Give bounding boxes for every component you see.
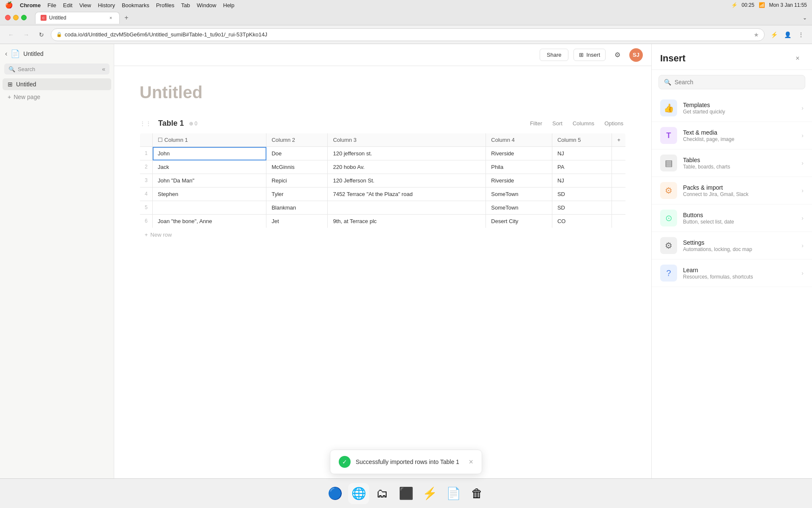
cell-4-4[interactable]: SomeTown <box>486 188 552 201</box>
cell-5-2[interactable]: Blankman <box>266 201 328 215</box>
extensions-button[interactable]: ⚡ <box>768 29 780 41</box>
cell-3-3[interactable]: 120 Jefferson St. <box>328 174 486 188</box>
cell-6-1[interactable]: Joan "the bone", Anne <box>153 215 266 228</box>
profile-incognito-button[interactable]: 👤 <box>782 29 793 41</box>
insert-item-desc-buttons: Button, select list, date <box>683 219 796 225</box>
insert-item-buttons[interactable]: ⊙ButtonsButton, select list, date› <box>652 204 812 232</box>
dock-battery[interactable]: ⚡ <box>419 483 440 504</box>
back-button[interactable]: ← <box>5 29 17 41</box>
share-button[interactable]: Share <box>540 49 569 61</box>
cell-1-4[interactable]: Riverside <box>486 147 552 160</box>
cell-2-5[interactable]: PA <box>552 160 612 174</box>
help-menu[interactable]: Help <box>223 2 235 8</box>
sidebar-collapse-button[interactable]: « <box>102 66 105 72</box>
cell-2-4[interactable]: Phila <box>486 160 552 174</box>
view-menu[interactable]: View <box>79 2 91 8</box>
cell-3-2[interactable]: Repici <box>266 174 328 188</box>
dock-chrome[interactable]: 🌐 <box>348 483 369 504</box>
edit-menu[interactable]: Edit <box>63 2 72 8</box>
cell-2-1[interactable]: Jack <box>153 160 266 174</box>
insert-item-learn[interactable]: ?LearnResources, formulas, shortcuts› <box>652 260 812 287</box>
column-header-4[interactable]: Column 4 <box>486 133 552 147</box>
insert-panel-close-button[interactable]: × <box>792 52 804 64</box>
cell-4-2[interactable]: Tyler <box>266 188 328 201</box>
cell-6-3[interactable]: 9th, at Terrace plc <box>328 215 486 228</box>
forward-button[interactable]: → <box>20 29 32 41</box>
dock-files[interactable]: 🗂 <box>372 483 393 504</box>
filter-button[interactable]: Filter <box>527 119 545 127</box>
more-button[interactable]: ⋮ <box>795 29 807 41</box>
history-menu[interactable]: History <box>98 2 115 8</box>
document-title[interactable]: Untitled <box>140 83 626 102</box>
cell-1-3[interactable]: 120 jefferson st. <box>328 147 486 160</box>
cell-5-1[interactable] <box>153 201 266 215</box>
settings-button[interactable]: ⚙ <box>611 48 624 62</box>
insert-search-bar[interactable]: 🔍 <box>658 75 805 89</box>
column-header-3[interactable]: Column 3 <box>328 133 486 147</box>
add-column-button[interactable]: + <box>612 133 626 147</box>
sidebar-new-page-button[interactable]: + New page <box>3 91 111 103</box>
toast-close-button[interactable]: × <box>469 458 473 467</box>
cell-3-5[interactable]: NJ <box>552 174 612 188</box>
tab-close-button[interactable]: × <box>107 14 114 21</box>
cell-6-2[interactable]: Jet <box>266 215 328 228</box>
apple-menu[interactable]: 🍎 <box>5 1 13 9</box>
dock-docs[interactable]: 📄 <box>443 483 464 504</box>
insert-item-text-media[interactable]: TText & mediaChecklist, page, image› <box>652 122 812 149</box>
cell-5-3[interactable] <box>328 201 486 215</box>
cell-5-5[interactable]: SD <box>552 201 612 215</box>
options-button[interactable]: Options <box>602 119 626 127</box>
reload-button[interactable]: ↻ <box>36 29 47 41</box>
bookmark-star-icon[interactable]: ★ <box>754 31 759 38</box>
user-avatar[interactable]: SJ <box>629 48 643 62</box>
columns-button[interactable]: Columns <box>570 119 597 127</box>
dock-terminal[interactable]: ⬛ <box>395 483 417 504</box>
column-header-5[interactable]: Column 5 <box>552 133 612 147</box>
cell-5-4[interactable]: SomeTown <box>486 201 552 215</box>
row-add-col-spacer <box>612 188 626 201</box>
insert-item-settings[interactable]: ⚙SettingsAutomations, locking, doc map› <box>652 232 812 260</box>
close-window-button[interactable] <box>5 15 11 20</box>
cell-4-1[interactable]: Stephen <box>153 188 266 201</box>
cell-4-5[interactable]: SD <box>552 188 612 201</box>
window-menu[interactable]: Window <box>197 2 216 8</box>
maximize-window-button[interactable] <box>21 15 27 20</box>
cell-3-4[interactable]: Riverside <box>486 174 552 188</box>
column-header-1[interactable]: ☐ Column 1 <box>153 133 266 147</box>
cell-1-1[interactable]: John <box>153 147 266 160</box>
cell-3-1[interactable]: John "Da Man" <box>153 174 266 188</box>
insert-item-templates[interactable]: 👍TemplatesGet started quickly› <box>652 94 812 122</box>
insert-button[interactable]: ⊞ Insert <box>573 49 606 61</box>
sort-button[interactable]: Sort <box>550 119 565 127</box>
cell-4-3[interactable]: 7452 Terrace "At the Plaza" road <box>328 188 486 201</box>
insert-item-chevron-buttons: › <box>801 215 804 221</box>
dock-finder[interactable]: 🔵 <box>324 483 346 504</box>
cell-2-3[interactable]: 220 hobo Av. <box>328 160 486 174</box>
bookmarks-menu[interactable]: Bookmarks <box>122 2 149 8</box>
insert-search-input[interactable] <box>675 79 800 86</box>
column-header-2[interactable]: Column 2 <box>266 133 328 147</box>
browser-tab-active[interactable]: C Untitled × <box>35 12 120 24</box>
cell-1-2[interactable]: Doe <box>266 147 328 160</box>
cell-6-4[interactable]: Desert City <box>486 215 552 228</box>
chrome-menu-label[interactable]: Chrome <box>20 2 41 8</box>
add-row-button[interactable]: + New row <box>140 228 626 241</box>
cell-2-2[interactable]: McGinnis <box>266 160 328 174</box>
insert-item-packs[interactable]: ⚙Packs & importConnect to Jira, Gmail, S… <box>652 177 812 204</box>
table-drag-handle[interactable]: ⋮⋮ <box>140 120 151 127</box>
sidebar-back-button[interactable]: ‹ <box>5 50 7 58</box>
sidebar-search-bar[interactable]: 🔍 Search « <box>4 64 110 75</box>
sidebar-item-untitled[interactable]: ⊞ Untitled <box>3 78 111 90</box>
new-tab-button[interactable]: + <box>121 13 132 23</box>
tab-menu[interactable]: Tab <box>181 2 190 8</box>
insert-item-icon-settings: ⚙ <box>660 237 677 254</box>
cell-1-5[interactable]: NJ <box>552 147 612 160</box>
dock-trash[interactable]: 🗑 <box>466 483 488 504</box>
cell-6-5[interactable]: CO <box>552 215 612 228</box>
profiles-menu[interactable]: Profiles <box>156 2 174 8</box>
address-bar[interactable]: 🔒 coda.io/d/Untitled_dzvM5bGe6m6/Untitle… <box>51 28 765 41</box>
file-menu[interactable]: File <box>47 2 56 8</box>
insert-item-title-templates: Templates <box>683 102 796 108</box>
insert-item-tables[interactable]: ▤TablesTable, boards, charts› <box>652 149 812 177</box>
minimize-window-button[interactable] <box>13 15 19 20</box>
